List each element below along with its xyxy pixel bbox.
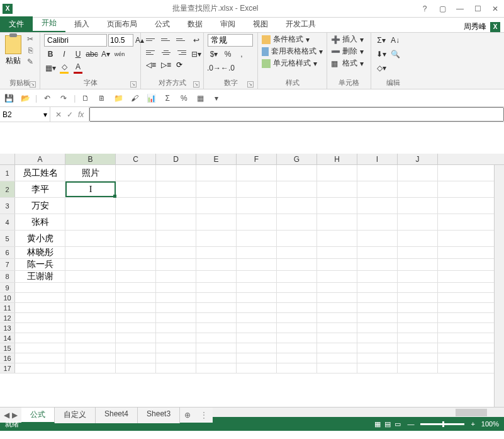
cell[interactable] (357, 231, 398, 246)
cell[interactable] (237, 323, 277, 333)
insert-cells-button[interactable]: ➕插入▾ (331, 34, 367, 45)
cell[interactable] (116, 363, 156, 373)
cell[interactable] (65, 313, 116, 322)
cell[interactable] (357, 343, 398, 353)
tab-home[interactable]: 开始 (33, 15, 65, 32)
cell[interactable] (237, 181, 277, 197)
cell[interactable] (357, 333, 398, 343)
cell[interactable] (317, 214, 357, 230)
fill-color-button[interactable]: ◇ (58, 62, 70, 74)
col-header-A[interactable]: A (15, 154, 65, 164)
cell[interactable] (398, 259, 438, 270)
font-launcher-icon[interactable]: ↘ (130, 81, 137, 88)
row-header[interactable]: 2 (0, 181, 15, 197)
row-header[interactable]: 17 (0, 363, 15, 373)
col-header-F[interactable]: F (237, 154, 277, 164)
row-header[interactable]: 11 (0, 303, 15, 312)
cell[interactable] (398, 353, 438, 363)
cell[interactable] (317, 283, 357, 292)
cell[interactable] (277, 259, 317, 270)
cell[interactable] (277, 247, 317, 258)
cell[interactable] (196, 363, 237, 373)
strike-button[interactable]: abc (86, 48, 98, 60)
cell[interactable] (357, 293, 398, 302)
cell[interactable] (317, 363, 357, 373)
cell[interactable] (317, 293, 357, 302)
cell[interactable] (65, 231, 116, 246)
sheet-tab[interactable]: 公式 (21, 408, 55, 423)
cell[interactable] (277, 283, 317, 292)
sheet-nav-prev-icon[interactable]: ◀ (4, 411, 9, 419)
cell[interactable] (116, 283, 156, 292)
cell[interactable]: 王谢谢 (15, 271, 65, 282)
decrease-font-icon[interactable]: A▾ (99, 48, 112, 60)
cell[interactable] (116, 247, 156, 258)
cell[interactable] (15, 323, 65, 333)
sort-filter-icon[interactable]: A↓ (389, 34, 401, 47)
cell[interactable] (156, 259, 196, 270)
cell[interactable] (317, 353, 357, 363)
cell[interactable] (116, 259, 156, 270)
user-name[interactable]: 周秀峰 (464, 21, 486, 32)
cell[interactable] (65, 198, 116, 214)
sheet-tab[interactable]: Sheet4 (96, 408, 138, 423)
qat-redo-icon[interactable]: ↷ (57, 92, 70, 105)
name-box-dropdown-icon[interactable]: ▾ (43, 110, 47, 119)
cell[interactable] (237, 247, 277, 258)
cell[interactable] (196, 165, 237, 181)
cell[interactable] (156, 313, 196, 322)
cell[interactable] (237, 293, 277, 302)
cell[interactable] (357, 323, 398, 333)
row-header[interactable]: 13 (0, 323, 15, 333)
cell[interactable] (196, 247, 237, 258)
cell[interactable] (357, 247, 398, 258)
cell[interactable] (237, 333, 277, 343)
cell[interactable] (116, 198, 156, 214)
row-header[interactable]: 3 (0, 198, 15, 214)
autosum-icon[interactable]: Σ▾ (375, 34, 388, 47)
cell[interactable] (116, 313, 156, 322)
paste-button[interactable]: 粘贴 (4, 34, 22, 67)
qat-brush-icon[interactable]: 🖌 (128, 92, 141, 105)
cell[interactable] (156, 333, 196, 343)
sheet-tab[interactable]: Sheet3 (138, 408, 180, 423)
cell[interactable] (196, 353, 237, 363)
cell[interactable] (65, 247, 116, 258)
cell[interactable] (196, 343, 237, 353)
cell[interactable] (317, 343, 357, 353)
cancel-formula-icon[interactable]: ✕ (55, 110, 62, 119)
cell[interactable] (237, 271, 277, 282)
cell[interactable] (398, 214, 438, 230)
cell[interactable] (277, 293, 317, 302)
tab-review[interactable]: 审阅 (211, 16, 244, 32)
cell[interactable] (116, 333, 156, 343)
cell[interactable] (15, 343, 65, 353)
cell[interactable] (196, 271, 237, 282)
cell[interactable] (156, 343, 196, 353)
cell[interactable] (317, 313, 357, 322)
cell[interactable] (357, 313, 398, 322)
row-header[interactable]: 1 (0, 165, 15, 181)
cell[interactable] (65, 293, 116, 302)
cell[interactable] (398, 293, 438, 302)
cell[interactable] (277, 323, 317, 333)
col-header-G[interactable]: G (277, 154, 317, 164)
close-icon[interactable]: ✕ (489, 3, 501, 14)
cell[interactable] (65, 323, 116, 333)
sheet-tab[interactable]: 自定义 (55, 408, 96, 423)
minimize-icon[interactable]: — (454, 3, 466, 14)
cell[interactable] (196, 231, 237, 246)
cell[interactable] (65, 283, 116, 292)
cell[interactable] (196, 198, 237, 214)
qat-percent-icon[interactable]: % (177, 92, 190, 105)
cell[interactable] (398, 165, 438, 181)
underline-button[interactable]: U (72, 48, 84, 60)
cell[interactable] (317, 198, 357, 214)
cell[interactable]: 李平 (15, 181, 65, 197)
tab-file[interactable]: 文件 (0, 16, 33, 32)
row-header[interactable]: 4 (0, 214, 15, 230)
cell[interactable] (65, 214, 116, 230)
cell[interactable] (116, 214, 156, 230)
view-normal-icon[interactable]: ▦ (374, 420, 381, 428)
cell[interactable] (15, 293, 65, 302)
